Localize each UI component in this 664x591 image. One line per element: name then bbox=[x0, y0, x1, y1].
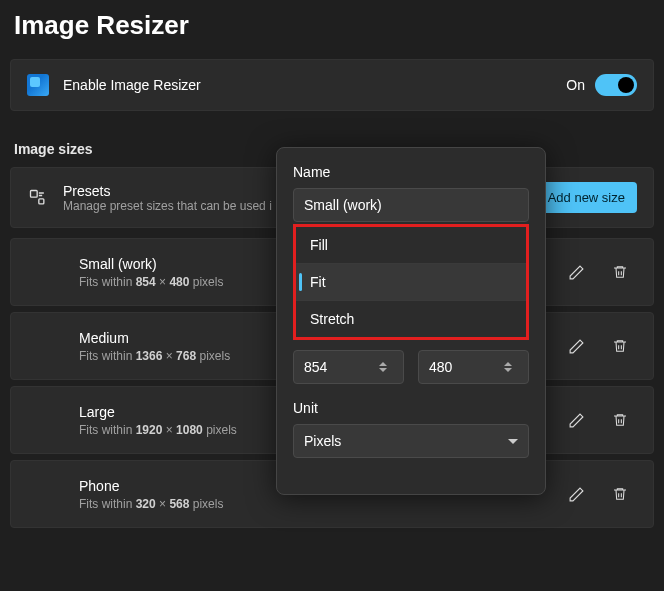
presets-icon bbox=[27, 187, 49, 209]
enable-toggle-group[interactable]: On bbox=[566, 74, 637, 96]
width-input[interactable]: 854 bbox=[293, 350, 404, 384]
edit-button[interactable] bbox=[559, 255, 593, 289]
edit-button[interactable] bbox=[559, 403, 593, 437]
edit-button[interactable] bbox=[559, 477, 593, 511]
edit-size-flyout: Name Fill Fit Stretch 854 480 Unit Pixel… bbox=[276, 147, 546, 495]
delete-button[interactable] bbox=[603, 403, 637, 437]
fit-dropdown-list: Fill Fit Stretch bbox=[293, 224, 529, 340]
height-spinner[interactable] bbox=[504, 358, 518, 376]
fit-option-stretch[interactable]: Stretch bbox=[296, 300, 526, 337]
toggle-switch[interactable] bbox=[595, 74, 637, 96]
name-field-label: Name bbox=[293, 164, 529, 180]
enable-label: Enable Image Resizer bbox=[63, 77, 552, 93]
fit-option-fill[interactable]: Fill bbox=[296, 227, 526, 263]
name-input[interactable] bbox=[293, 188, 529, 222]
delete-button[interactable] bbox=[603, 477, 637, 511]
fit-option-fit[interactable]: Fit bbox=[296, 263, 526, 300]
width-spinner[interactable] bbox=[379, 358, 393, 376]
add-new-size-button[interactable]: Add new size bbox=[536, 182, 637, 213]
unit-select[interactable]: Pixels bbox=[293, 424, 529, 458]
delete-button[interactable] bbox=[603, 255, 637, 289]
size-detail: Fits within 320 × 568 pixels bbox=[79, 497, 549, 511]
unit-field-label: Unit bbox=[293, 400, 529, 416]
edit-button[interactable] bbox=[559, 329, 593, 363]
page-title: Image Resizer bbox=[0, 0, 664, 59]
toggle-state-text: On bbox=[566, 77, 585, 93]
svg-rect-0 bbox=[31, 190, 38, 197]
height-input[interactable]: 480 bbox=[418, 350, 529, 384]
chevron-down-icon bbox=[508, 439, 518, 444]
enable-card: Enable Image Resizer On bbox=[10, 59, 654, 111]
image-resizer-icon bbox=[27, 74, 49, 96]
svg-rect-1 bbox=[39, 198, 44, 203]
delete-button[interactable] bbox=[603, 329, 637, 363]
